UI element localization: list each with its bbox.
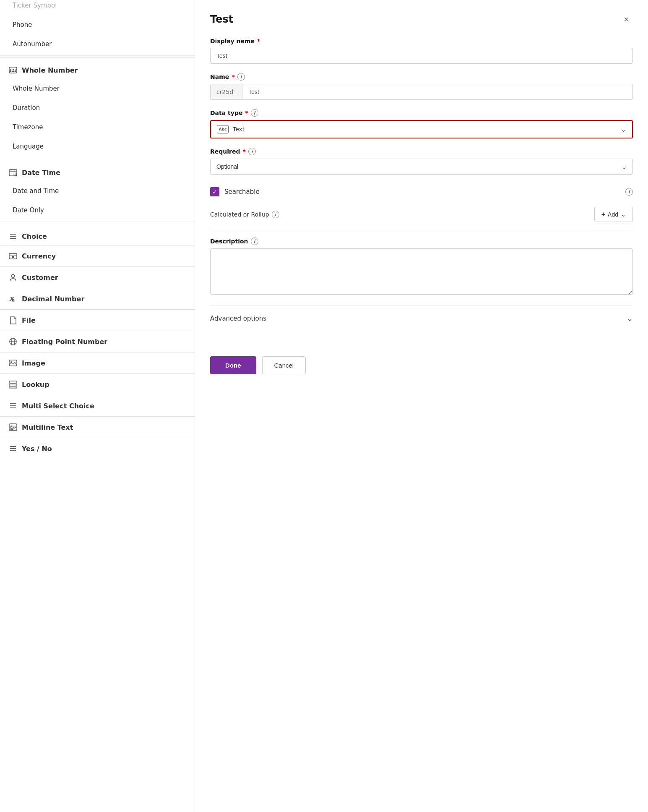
svg-rect-25 <box>9 387 17 388</box>
name-input-group: cr25d_ <box>210 84 633 100</box>
cancel-button[interactable]: Cancel <box>262 356 306 374</box>
calculated-rollup-row: Calculated or Rollup i + Add ⌄ <box>210 200 633 229</box>
display-name-input[interactable] <box>210 48 633 64</box>
floating-label: Floating Point Number <box>22 338 107 346</box>
display-name-label: Display name * <box>210 38 633 44</box>
section-image[interactable]: Image <box>0 352 195 373</box>
section-multiline[interactable]: Abc def Multiline Text <box>0 416 195 438</box>
description-label: Description i <box>210 238 633 245</box>
list-item-timezone[interactable]: Timezone <box>0 117 195 137</box>
svg-rect-14 <box>12 256 14 258</box>
choice-icon <box>8 232 18 241</box>
section-choice[interactable]: Choice <box>0 224 195 245</box>
section-multi-choice[interactable]: Multi Select Choice <box>0 395 195 416</box>
required-group: Required * i Optional Business Required … <box>210 148 633 175</box>
section-yesno[interactable]: Yes / No <box>0 438 195 459</box>
data-type-info-icon[interactable]: i <box>251 109 258 117</box>
description-group: Description i <box>210 238 633 296</box>
required-info-icon[interactable]: i <box>248 148 256 155</box>
whole-number-icon: 123 <box>8 65 18 75</box>
calculated-info-icon[interactable]: i <box>272 211 279 218</box>
section-file[interactable]: File <box>0 309 195 331</box>
image-label: Image <box>22 359 45 367</box>
calculated-rollup-label: Calculated or Rollup i <box>210 211 279 218</box>
required-select[interactable]: Optional Business Required Business Reco… <box>210 159 633 175</box>
data-type-label: Data type * i <box>210 109 633 117</box>
section-currency[interactable]: Currency <box>0 245 195 266</box>
floating-icon <box>8 337 18 346</box>
list-item-whole-number[interactable]: Whole Number <box>0 79 195 98</box>
searchable-label: Searchable <box>224 188 620 196</box>
svg-text:def: def <box>10 427 15 430</box>
advanced-options-row[interactable]: Advanced options ⌄ <box>210 305 633 331</box>
name-info-icon[interactable]: i <box>237 73 245 81</box>
name-required: * <box>232 73 234 80</box>
lookup-label: Lookup <box>22 381 49 389</box>
svg-text:123: 123 <box>9 68 17 73</box>
advanced-options-label: Advanced options <box>210 315 266 322</box>
multi-choice-icon <box>8 401 18 410</box>
data-type-select[interactable]: Abc Text ⌄ <box>210 120 633 138</box>
name-input[interactable] <box>242 84 632 99</box>
yesno-label: Yes / No <box>22 445 52 453</box>
footer-buttons: Done Cancel <box>210 348 633 374</box>
section-floating[interactable]: Floating Point Number <box>0 331 195 352</box>
list-item-autonumber[interactable]: Autonumber <box>0 34 195 54</box>
section-whole-number: 123 Whole Number <box>0 57 195 79</box>
currency-icon <box>8 251 18 261</box>
section-choice-label: Choice <box>22 232 47 240</box>
required-select-wrapper: Optional Business Required Business Reco… <box>210 159 633 175</box>
currency-label: Currency <box>22 252 56 260</box>
svg-rect-2 <box>9 170 17 176</box>
yesno-icon <box>8 444 18 453</box>
list-item-date-and-time[interactable]: Date and Time <box>0 181 195 201</box>
svg-rect-23 <box>9 381 17 383</box>
customer-icon <box>8 273 18 282</box>
list-item-date-only[interactable]: Date Only <box>0 201 195 220</box>
panel-header: Test × <box>210 13 633 26</box>
lookup-icon <box>8 380 18 389</box>
list-item-language[interactable]: Language <box>0 137 195 156</box>
data-type-value: Text <box>233 126 621 133</box>
done-button[interactable]: Done <box>210 356 256 374</box>
required-star: * <box>242 148 245 155</box>
name-group: Name * i cr25d_ <box>210 73 633 100</box>
data-type-group: Data type * i Abc Text ⌄ <box>210 109 633 138</box>
name-prefix: cr25d_ <box>211 84 242 99</box>
data-type-text-icon: Abc <box>217 125 229 133</box>
image-icon <box>8 358 18 368</box>
svg-text:2: 2 <box>12 299 15 303</box>
list-item-ticker[interactable]: Ticker Symbol <box>0 0 195 15</box>
plus-icon: + <box>601 211 605 218</box>
section-lookup[interactable]: Lookup <box>0 373 195 395</box>
left-panel: Ticker Symbol Phone Autonumber 123 Whole… <box>0 0 195 812</box>
list-item-duration[interactable]: Duration <box>0 98 195 117</box>
data-type-required: * <box>245 110 248 116</box>
searchable-checkbox[interactable]: ✓ <box>210 187 219 196</box>
searchable-info-icon[interactable]: i <box>625 188 633 196</box>
add-chevron: ⌄ <box>621 211 626 218</box>
date-time-icon <box>8 168 18 177</box>
display-name-group: Display name * <box>210 38 633 64</box>
description-info-icon[interactable]: i <box>251 238 258 245</box>
svg-rect-24 <box>9 384 17 386</box>
section-date-time: Date Time <box>0 160 195 181</box>
list-item-phone[interactable]: Phone <box>0 15 195 34</box>
section-date-time-label: Date Time <box>22 169 60 177</box>
customer-label: Customer <box>22 274 58 282</box>
decimal-icon: X 2 <box>8 294 18 303</box>
close-button[interactable]: × <box>619 13 633 26</box>
name-label: Name * i <box>210 73 633 81</box>
description-textarea[interactable] <box>210 248 633 295</box>
section-customer[interactable]: Customer <box>0 266 195 288</box>
panel-title: Test <box>210 13 233 25</box>
add-calculated-button[interactable]: + Add ⌄ <box>594 207 633 222</box>
multiline-icon: Abc def <box>8 423 18 432</box>
multi-choice-label: Multi Select Choice <box>22 402 94 410</box>
multiline-label: Multiline Text <box>22 423 73 431</box>
file-label: File <box>22 316 36 324</box>
decimal-label: Decimal Number <box>22 295 84 303</box>
section-decimal[interactable]: X 2 Decimal Number <box>0 288 195 309</box>
section-whole-number-label: Whole Number <box>22 66 78 74</box>
file-icon <box>8 316 18 325</box>
